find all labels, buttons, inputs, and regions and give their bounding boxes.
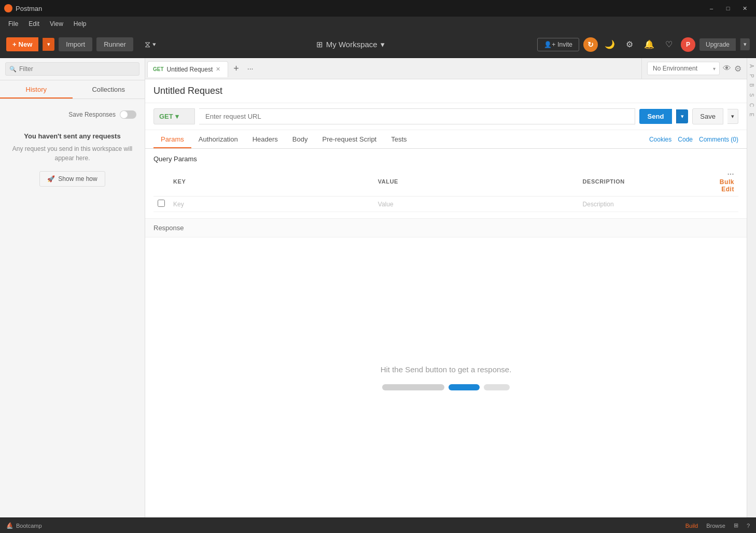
search-input[interactable] (5, 62, 139, 76)
response-empty-state: Hit the Send button to get a response. (145, 237, 747, 517)
bootcamp-icon: ⛵ (6, 522, 13, 529)
cookies-link[interactable]: Cookies (649, 136, 671, 143)
sidebar: 🔍 History Collections Save Responses You… (0, 58, 145, 517)
method-select[interactable]: GET ▾ (153, 108, 195, 124)
rocket-icon: 🚀 (47, 175, 55, 183)
params-section: Query Params KEY VALUE DESCRI (145, 149, 747, 218)
url-input[interactable] (199, 108, 635, 124)
toggle-knob (120, 111, 128, 118)
search-wrapper: 🔍 (5, 62, 139, 76)
tab-collections[interactable]: Collections (73, 80, 145, 99)
notification-icon[interactable]: 🔔 (641, 37, 657, 52)
settings-icon[interactable]: ⚙ (622, 37, 637, 52)
tab-authorization[interactable]: Authorization (191, 130, 245, 148)
row-desc-cell[interactable]: Description (579, 197, 711, 212)
send-button[interactable]: Send (639, 109, 673, 124)
empty-history-title: You haven't sent any requests (12, 132, 132, 140)
table-row: Key Value Description (153, 197, 738, 212)
request-tabs: Params Authorization Headers Body Pre-re… (145, 130, 747, 149)
workspace-button[interactable]: ⊞ My Workspace ▾ (310, 37, 391, 52)
heart-icon[interactable]: ♡ (661, 37, 677, 52)
upgrade-button[interactable]: Upgrade (699, 38, 736, 51)
new-button[interactable]: + New (6, 37, 38, 51)
browse-status[interactable]: Browse (706, 523, 725, 529)
url-bar: GET ▾ Send ▾ Save ▾ (145, 103, 747, 130)
minimize-button[interactable]: – (704, 3, 719, 14)
search-icon: 🔍 (9, 66, 17, 73)
maximize-button[interactable]: □ (721, 3, 735, 14)
right-panel-icon-6[interactable]: E (749, 111, 754, 119)
main-area: 🔍 History Collections Save Responses You… (0, 58, 756, 517)
menu-view[interactable]: View (46, 19, 67, 29)
show-me-how-button[interactable]: 🚀 Show me how (39, 171, 105, 187)
import-button[interactable]: Import (59, 37, 92, 51)
tab-body[interactable]: Body (285, 130, 315, 148)
save-button[interactable]: Save (692, 108, 723, 124)
menu-bar: File Edit View Help (0, 17, 756, 31)
build-status[interactable]: Build (685, 523, 698, 529)
row-checkbox[interactable] (158, 200, 165, 207)
new-dropdown-arrow[interactable]: ▾ (43, 38, 54, 51)
sync-icon[interactable]: ↻ (583, 37, 598, 52)
tab-close-icon[interactable]: ✕ (216, 66, 220, 73)
resp-bar-3 (484, 384, 510, 390)
save-dropdown-button[interactable]: ▾ (727, 109, 738, 124)
runner-button[interactable]: Runner (96, 37, 133, 51)
tab-history[interactable]: History (0, 80, 73, 99)
tab-params[interactable]: Params (153, 130, 191, 148)
toolbar-right: 👤+ Invite ↻ 🌙 ⚙ 🔔 ♡ P Upgrade ▾ (537, 37, 750, 52)
menu-help[interactable]: Help (69, 19, 91, 29)
more-tabs-button[interactable]: ··· (244, 62, 257, 75)
top-area: GET Untitled Request ✕ + ··· No Environm… (145, 58, 747, 79)
plus-icon: + (12, 40, 17, 48)
env-settings-icon[interactable]: ⚙ (734, 64, 741, 74)
toolbar: + New ▾ Import Runner ⧖ ▾ ⊞ My Workspace… (0, 31, 756, 58)
right-panel-icon-3[interactable]: B (749, 81, 754, 89)
close-button[interactable]: ✕ (737, 3, 752, 14)
eye-icon[interactable]: 👁 (723, 64, 731, 73)
row-check-cell (153, 197, 169, 212)
right-panel-icon-1[interactable]: A (749, 62, 754, 70)
menu-file[interactable]: File (4, 19, 22, 29)
right-panel-icon-4[interactable]: S (749, 91, 754, 99)
send-dropdown-button[interactable]: ▾ (676, 109, 688, 123)
environment-select[interactable]: No Environment (647, 62, 720, 75)
response-area: Response Hit the Send button to get a re… (145, 218, 747, 517)
request-panel: Untitled Request GET ▾ Send ▾ Save ▾ Par… (145, 79, 747, 517)
comments-link[interactable]: Comments (0) (699, 136, 738, 143)
env-select-wrapper: No Environment ▾ (647, 62, 720, 75)
query-params-title: Query Params (153, 155, 738, 163)
add-tab-button[interactable]: + (229, 62, 243, 75)
row-key-cell[interactable]: Key (169, 197, 374, 212)
theme-icon[interactable]: 🌙 (602, 37, 618, 52)
grid-status-icon[interactable]: ⊞ (734, 522, 738, 529)
sidebar-content: Save Responses You haven't sent any requ… (0, 99, 145, 517)
empty-history-body: Any request you send in this workspace w… (12, 144, 132, 163)
app-icon (4, 4, 12, 12)
tab-pre-request-script[interactable]: Pre-request Script (315, 130, 384, 148)
menu-edit[interactable]: Edit (24, 19, 44, 29)
save-responses-toggle-area: Save Responses (8, 107, 136, 122)
help-status-icon[interactable]: ? (747, 523, 750, 529)
tab-method-badge: GET (153, 66, 164, 72)
tab-tests[interactable]: Tests (384, 130, 414, 148)
tab-headers[interactable]: Headers (245, 130, 285, 148)
bulk-edit-button[interactable]: Bulk Edit (720, 178, 734, 193)
toolbar-center: ⊞ My Workspace ▾ (167, 37, 533, 52)
right-panel-icon-2[interactable]: P (749, 72, 754, 80)
upgrade-dropdown-arrow[interactable]: ▾ (740, 38, 750, 50)
right-panel-icon-5[interactable]: C (749, 101, 754, 109)
bootcamp-status[interactable]: ⛵ Bootcamp (6, 522, 42, 529)
desc-col-header: DESCRIPTION (579, 167, 711, 197)
params-more-icon[interactable]: ··· (727, 170, 734, 178)
tab-title-label: Untitled Request (167, 66, 213, 73)
help-icon: ? (747, 523, 750, 529)
invite-button[interactable]: 👤+ Invite (537, 38, 579, 51)
request-tab[interactable]: GET Untitled Request ✕ (147, 61, 228, 77)
tools-button[interactable]: ⧖ ▾ (137, 37, 163, 52)
user-avatar[interactable]: P (681, 37, 695, 52)
row-value-cell[interactable]: Value (374, 197, 579, 212)
save-responses-toggle[interactable] (120, 110, 136, 119)
code-link[interactable]: Code (678, 136, 693, 143)
row-more-cell (711, 197, 738, 212)
